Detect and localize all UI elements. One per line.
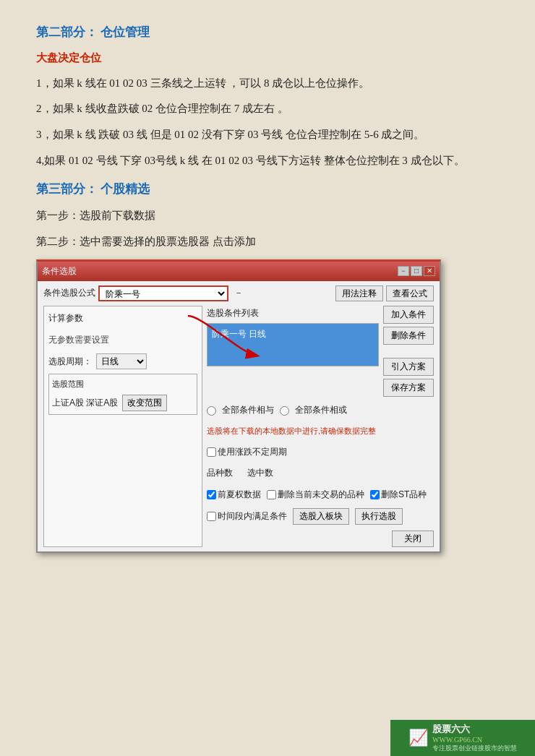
chk3-item: 删除ST品种 <box>370 487 427 503</box>
chk1-item: 前夏权数据 <box>207 487 261 503</box>
watermark-logo-icon: 📈 <box>408 729 428 747</box>
para4: 4,如果 01 02 号线 下穿 03号线 k 线 在 01 02 03 号线下… <box>36 151 499 171</box>
section2-title: 第二部分： 仓位管理 <box>36 22 499 44</box>
use-limit-period-row: 使用涨跌不定周期 <box>207 444 434 460</box>
stats-label2: 选中数 <box>247 465 273 481</box>
formula-row: 条件选股公式 阶乘一号 － 用法注释 查看公式 <box>43 285 434 301</box>
subtitle1: 大盘决定仓位 <box>36 48 499 68</box>
chk2-item: 删除当前未交易的品种 <box>267 487 364 503</box>
page-content: 第二部分： 仓位管理 大盘决定仓位 1，如果 k 线在 01 02 03 三条线… <box>0 0 535 567</box>
formula-label: 条件选股公式 <box>43 285 95 301</box>
maximize-button[interactable]: □ <box>411 266 422 276</box>
help-button[interactable]: 用法注释 <box>335 285 383 301</box>
enter-pool-button[interactable]: 选股入板块 <box>293 508 349 525</box>
para3: 3，如果 k 线 跌破 03 线 但是 01 02 没有下穿 03 号线 仓位合… <box>36 125 499 145</box>
view-formula-button[interactable]: 查看公式 <box>386 285 434 301</box>
radio-all-or[interactable] <box>280 406 289 416</box>
conditions-title: 选股条件列表 <box>207 306 379 322</box>
close-row: 关闭 <box>207 531 434 547</box>
use-limit-period-checkbox[interactable] <box>207 447 216 457</box>
range-content: 上证A股 深证A股 改变范围 <box>52 395 194 411</box>
change-range-button[interactable]: 改变范围 <box>122 395 167 411</box>
step1: 第一步：选股前下载数据 <box>36 206 499 226</box>
period-row: 选股周期： 日线 <box>48 353 197 369</box>
dialog-title: 条件选股 <box>42 264 77 280</box>
warning-text: 选股将在下载的本地数据中进行,请确保数据完整 <box>207 424 434 439</box>
chk4-checkbox[interactable] <box>207 512 216 521</box>
step2: 第二步：选中需要选择的股票选股器 点击添加 <box>36 232 499 252</box>
add-condition-button[interactable]: 加入条件 <box>383 306 434 324</box>
params-note: 无参数需要设置 <box>48 332 197 348</box>
chk1-label: 前夏权数据 <box>218 487 261 503</box>
titlebar-buttons: － □ ✕ <box>398 266 435 276</box>
para1: 1，如果 k 线在 01 02 03 三条线之上运转 ，可以 8 成仓以上仓位操… <box>36 74 499 94</box>
save-plan-button[interactable]: 保存方案 <box>383 379 434 397</box>
watermark-text-area: 股票六六 WWW.GP66.CN 专注股票创业链接股市的智慧 <box>432 723 517 753</box>
watermark-brand: 股票六六 <box>432 723 517 736</box>
chk2-checkbox[interactable] <box>267 490 276 499</box>
conditions-area: 选股条件列表 阶乘一号 日线 <box>207 306 379 397</box>
para2: 2，如果 k 线收盘跌破 02 仓位合理控制在 7 成左右 。 <box>36 99 499 119</box>
dialog-area: 条件选股 － □ ✕ 条件选股公式 阶乘一号 － <box>36 259 499 554</box>
dialog-body: 条件选股公式 阶乘一号 － 用法注释 查看公式 <box>38 281 440 551</box>
use-limit-period-label: 使用涨跌不定周期 <box>218 444 287 460</box>
watermark-footer: 📈 股票六六 WWW.GP66.CN 专注股票创业链接股市的智慧 <box>390 720 535 756</box>
chk1-checkbox[interactable] <box>207 490 216 499</box>
watermark-domain: WWW.GP66.CN <box>432 736 517 744</box>
formula-select-wrapper: 阶乘一号 － <box>98 285 333 301</box>
dialog-main: 计算参数 无参数需要设置 选股周期： 日线 选股范围 上证A股 深证A股 <box>43 306 434 547</box>
formula-dash: － <box>234 285 243 301</box>
stats-row: 品种数 选中数 <box>207 465 434 481</box>
range-area: 选股范围 上证A股 深证A股 改变范围 <box>48 374 197 415</box>
section3-title: 第三部分： 个股精选 <box>36 179 499 201</box>
radio-group: 全部条件相与 全部条件相或 <box>207 403 434 418</box>
radio-all-and[interactable] <box>207 406 216 416</box>
execute-button[interactable]: 执行选股 <box>355 508 403 525</box>
mid-buttons: 加入条件 删除条件 引入方案 保存方案 <box>383 306 434 397</box>
formula-select[interactable]: 阶乘一号 <box>98 285 228 301</box>
del-condition-button[interactable]: 删除条件 <box>383 327 434 345</box>
stats-label1: 品种数 <box>207 465 233 481</box>
params-title: 计算参数 <box>48 311 197 327</box>
condition-item: 阶乘一号 日线 <box>209 325 377 344</box>
dialog-titlebar: 条件选股 － □ ✕ <box>38 262 440 282</box>
chk4-label: 时间段内满足条件 <box>218 509 287 525</box>
conditions-list: 阶乘一号 日线 <box>207 323 379 366</box>
chk2-label: 删除当前未交易的品种 <box>278 487 364 503</box>
range-text: 上证A股 深证A股 <box>52 395 118 411</box>
close-button[interactable]: ✕ <box>424 266 435 276</box>
left-panel: 计算参数 无参数需要设置 选股周期： 日线 选股范围 上证A股 深证A股 <box>43 306 202 547</box>
import-plan-button[interactable]: 引入方案 <box>383 358 434 376</box>
right-panel: 选股条件列表 阶乘一号 日线 加入条件 删除条件 引入方案 <box>207 306 434 547</box>
chk4-item: 时间段内满足条件 <box>207 509 287 525</box>
checkbox-row2: 时间段内满足条件 选股入板块 执行选股 <box>207 508 434 525</box>
range-title: 选股范围 <box>52 377 194 392</box>
period-label: 选股周期： <box>48 354 92 370</box>
period-select[interactable]: 日线 <box>96 353 147 369</box>
close-dialog-button[interactable]: 关闭 <box>392 531 434 547</box>
dialog-window: 条件选股 － □ ✕ 条件选股公式 阶乘一号 － <box>36 259 441 554</box>
minimize-button[interactable]: － <box>398 266 409 276</box>
right-top: 选股条件列表 阶乘一号 日线 加入条件 删除条件 引入方案 <box>207 306 434 397</box>
all-and-label: 全部条件相与 <box>222 403 274 418</box>
watermark-tagline: 专注股票创业链接股市的智慧 <box>432 744 517 753</box>
chk3-checkbox[interactable] <box>370 490 380 499</box>
checkbox-row: 前夏权数据 删除当前未交易的品种 删除ST品种 <box>207 487 434 503</box>
all-or-label: 全部条件相或 <box>295 403 347 418</box>
right-buttons: 用法注释 查看公式 <box>335 285 434 301</box>
chk3-label: 删除ST品种 <box>381 487 427 503</box>
